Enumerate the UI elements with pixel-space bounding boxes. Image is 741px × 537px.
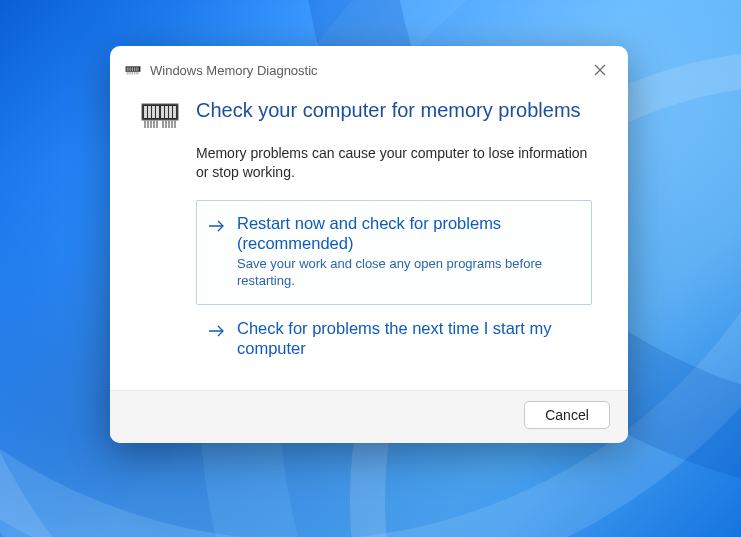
svg-rect-23: [165, 106, 168, 118]
svg-rect-14: [138, 72, 139, 75]
svg-rect-28: [150, 120, 152, 128]
svg-rect-21: [156, 106, 159, 118]
svg-rect-2: [129, 67, 130, 71]
option-restart-now[interactable]: Restart now and check for problems (reco…: [196, 200, 592, 305]
svg-rect-29: [153, 120, 155, 128]
svg-rect-19: [148, 106, 151, 118]
svg-rect-1: [127, 67, 128, 71]
svg-rect-8: [127, 72, 128, 75]
svg-rect-34: [171, 120, 173, 128]
svg-rect-3: [130, 67, 131, 71]
option-title: Restart now and check for problems (reco…: [237, 213, 581, 254]
svg-rect-13: [136, 72, 137, 75]
arrow-right-icon: [207, 213, 227, 235]
svg-rect-22: [161, 106, 164, 118]
memory-chip-large-icon: [140, 98, 180, 134]
option-description: Save your work and close any open progra…: [237, 256, 581, 290]
svg-rect-12: [134, 72, 135, 75]
svg-rect-31: [162, 120, 164, 128]
close-button[interactable]: [586, 56, 614, 84]
memory-chip-icon: [124, 62, 142, 78]
svg-rect-35: [174, 120, 176, 128]
option-check-next-start[interactable]: Check for problems the next time I start…: [196, 305, 592, 376]
svg-rect-20: [152, 106, 155, 118]
svg-rect-32: [165, 120, 167, 128]
svg-rect-24: [169, 106, 172, 118]
svg-rect-30: [156, 120, 158, 128]
memory-diagnostic-dialog: Windows Memory Diagnostic: [110, 46, 628, 443]
window-title: Windows Memory Diagnostic: [150, 63, 318, 78]
svg-rect-26: [144, 120, 146, 128]
svg-rect-6: [136, 67, 137, 71]
option-title: Check for problems the next time I start…: [237, 318, 581, 359]
svg-rect-11: [132, 72, 133, 75]
svg-rect-27: [147, 120, 149, 128]
svg-rect-9: [129, 72, 130, 75]
svg-rect-4: [132, 67, 133, 71]
svg-rect-25: [173, 106, 176, 118]
dialog-subtext: Memory problems can cause your computer …: [196, 144, 598, 182]
titlebar: Windows Memory Diagnostic: [110, 46, 628, 88]
dialog-heading: Check your computer for memory problems: [196, 98, 581, 123]
svg-rect-33: [168, 120, 170, 128]
svg-rect-5: [134, 67, 135, 71]
svg-rect-17: [142, 104, 178, 120]
svg-rect-7: [138, 67, 139, 71]
arrow-right-icon: [207, 318, 227, 340]
cancel-button[interactable]: Cancel: [524, 401, 610, 429]
svg-rect-18: [144, 106, 147, 118]
dialog-footer: Cancel: [110, 390, 628, 443]
svg-rect-10: [130, 72, 131, 75]
